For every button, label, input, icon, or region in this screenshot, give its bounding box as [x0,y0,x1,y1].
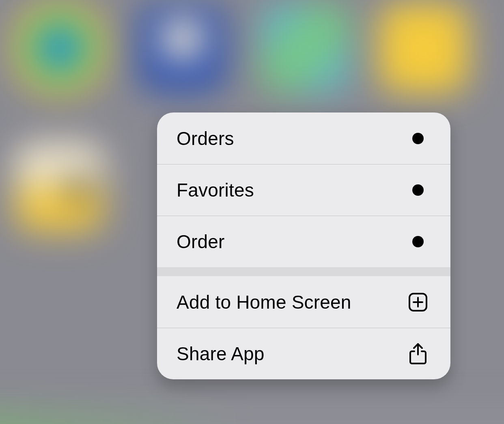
plus-square-icon [408,292,428,312]
blurred-app-icon [379,3,468,93]
menu-item-label: Share App [177,343,265,365]
app-context-menu: Orders Favorites Order Add to Home Scree… [157,112,450,379]
dot-icon [412,133,424,144]
menu-item-label: Add to Home Screen [177,291,351,313]
menu-item-orders[interactable]: Orders [157,112,450,164]
menu-item-order[interactable]: Order [157,216,450,267]
menu-separator [157,267,450,276]
menu-item-label: Favorites [177,179,254,201]
share-icon [408,342,428,365]
dot-icon [412,236,424,247]
blurred-app-icon [15,142,104,231]
menu-item-favorites[interactable]: Favorites [157,164,450,216]
menu-item-share-app[interactable]: Share App [157,328,450,379]
blurred-app-icon [261,3,350,93]
blurred-app-icon [138,3,227,93]
blurred-app-icon [15,3,104,93]
blurred-dock [0,409,504,424]
menu-item-add-to-home-screen[interactable]: Add to Home Screen [157,276,450,328]
dot-icon [412,184,424,196]
menu-item-label: Order [177,231,225,253]
menu-item-label: Orders [177,128,234,149]
